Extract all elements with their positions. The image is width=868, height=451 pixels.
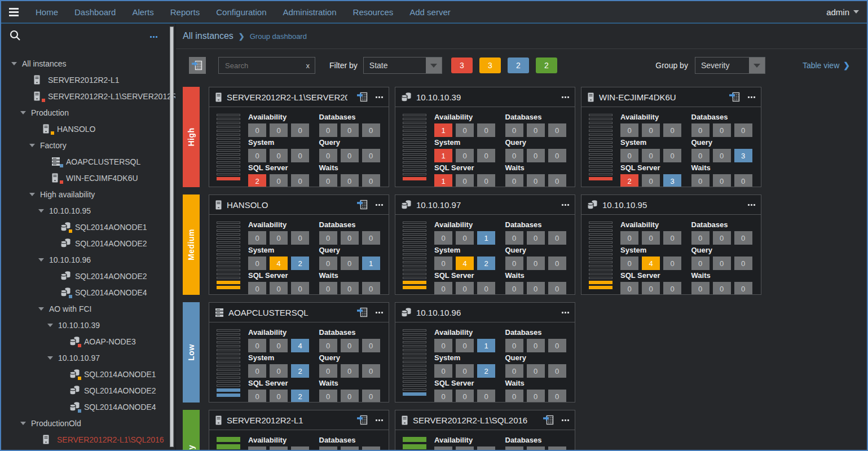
metric-cell: 2 (477, 364, 495, 378)
breadcrumb-root-link[interactable]: All instances (183, 31, 233, 41)
severity-count-badge[interactable]: 2 (508, 58, 529, 73)
metric-group: Databases000 (691, 113, 755, 137)
search-input[interactable] (224, 61, 306, 70)
tree-item-label: AOAP-NODE3 (84, 337, 136, 346)
card-title: HANSOLO (227, 200, 268, 210)
tree-expander-icon[interactable] (47, 356, 53, 360)
tree-item[interactable]: SERVER2012R2-L1\SERVER2012R2 (1, 88, 175, 104)
open-dashboard-icon[interactable] (356, 414, 369, 426)
card-menu-icon[interactable] (376, 96, 383, 98)
hamburger-menu-icon[interactable] (9, 8, 19, 16)
card-menu-icon[interactable] (562, 96, 569, 98)
tree-item[interactable]: SQL2014AONODE4 (1, 284, 175, 300)
sidebar-options-icon[interactable] (150, 36, 157, 38)
tree-item[interactable]: AOAPCLUSTERSQL (1, 153, 175, 170)
card-menu-icon[interactable] (376, 419, 383, 421)
tree-item[interactable]: All instances (1, 55, 175, 72)
card-header: 10.10.10.97 (395, 195, 575, 215)
tree-item[interactable]: 10.10.10.97 (1, 350, 175, 366)
tree-expander-icon[interactable] (29, 144, 35, 147)
tree-item[interactable]: High availability (1, 186, 175, 202)
tree-expander-icon[interactable] (20, 111, 26, 114)
nav-item-alerts[interactable]: Alerts (132, 7, 153, 17)
nav-item-dashboard[interactable]: Dashboard (74, 7, 116, 17)
severity-count-badge[interactable]: 3 (479, 58, 501, 73)
tree-item[interactable]: SQL2014AONODE4 (1, 399, 175, 415)
open-dashboard-icon[interactable] (543, 414, 555, 426)
user-menu[interactable]: admin (826, 7, 859, 17)
card-body: Availability100Databases000System100Quer… (395, 107, 575, 187)
nav-item-resources[interactable]: Resources (353, 7, 394, 17)
severity-count-badge[interactable]: 2 (536, 58, 557, 73)
tree-item[interactable]: SERVER2012R2-L1 (1, 72, 175, 88)
sidebar: All instancesSERVER2012R2-L1SERVER2012R2… (1, 24, 176, 450)
tree-item-label: HANSOLO (57, 125, 95, 134)
group-by-dropdown[interactable]: Severity (695, 57, 765, 74)
tree-expander-icon[interactable] (38, 209, 44, 213)
metric-cell: 0 (663, 231, 681, 245)
card-menu-icon[interactable] (562, 204, 569, 206)
tree-expander-icon[interactable] (11, 62, 17, 65)
nav-item-administration[interactable]: Administration (283, 7, 337, 17)
tree-item[interactable]: WIN-ECJIMF4DK6U (1, 170, 175, 186)
nav-item-home[interactable]: Home (36, 7, 58, 17)
open-dashboard-icon[interactable] (356, 91, 369, 103)
tree-item[interactable]: SQL2014AONODE2 (1, 268, 175, 284)
dropdown-arrow-button[interactable] (426, 58, 442, 73)
tree-item[interactable]: Production (1, 104, 175, 121)
tree-item[interactable]: SQL2014AONODE2 (1, 235, 175, 251)
metric-label: Databases (691, 113, 755, 121)
tree-item[interactable]: 10.10.10.96 (1, 251, 175, 268)
card-menu-icon[interactable] (562, 419, 569, 421)
tree-expander-icon[interactable] (38, 307, 44, 311)
card-menu-icon[interactable] (748, 96, 755, 98)
metric-cell: 0 (248, 390, 266, 403)
metric-group: Availability000 (248, 436, 311, 450)
filter-dropdown[interactable]: State (363, 57, 442, 74)
search-icon[interactable] (9, 29, 21, 44)
tree-expander-icon[interactable] (20, 422, 26, 425)
tree-expander-icon[interactable] (29, 193, 35, 196)
tree-item[interactable]: SQL2014AONODE1 (1, 219, 175, 235)
metric-cell: 0 (505, 123, 523, 137)
tree-item[interactable]: SERVER2012R2-L1\SQL2016 (1, 431, 175, 448)
clear-search-icon[interactable] (306, 61, 310, 70)
card-header: HANSOLO (209, 195, 389, 215)
nav-item-add-server[interactable]: Add server (409, 7, 451, 17)
tree-item[interactable]: ProductionOld (1, 415, 175, 431)
metric-cell: 0 (548, 364, 566, 378)
dropdown-arrow-button[interactable] (749, 58, 765, 73)
card-title: WIN-ECJIMF4DK6U (599, 92, 676, 102)
tree-item[interactable]: 10.10.10.39 (1, 317, 175, 333)
open-dashboard-icon[interactable] (356, 306, 369, 319)
tree-item[interactable]: SQL2014AONODE2 (1, 382, 175, 399)
open-dashboard-icon[interactable] (356, 198, 369, 211)
metric-group: Query003 (691, 138, 755, 162)
tree-item[interactable]: SQL2014AONODE1 (1, 366, 175, 382)
tree-item[interactable]: 10.10.10.95 (1, 202, 175, 219)
card-menu-icon[interactable] (748, 204, 755, 206)
tree-expander-icon[interactable] (47, 324, 53, 327)
sidebar-scrollbar[interactable] (170, 26, 174, 447)
open-dashboard-icon[interactable] (729, 91, 741, 103)
card-menu-icon[interactable] (562, 312, 569, 313)
metric-label: Databases (505, 328, 569, 337)
card-body: Availability001Databases000System002Quer… (395, 322, 575, 403)
table-view-link[interactable]: Table view ❯ (803, 61, 850, 70)
nav-item-reports[interactable]: Reports (170, 7, 200, 17)
metric-cell: 0 (713, 231, 731, 245)
metric-label: Availability (620, 220, 684, 229)
tree-item[interactable]: AO with FCI (1, 300, 175, 317)
nav-item-configuration[interactable]: Configuration (216, 7, 266, 17)
tree-expander-icon[interactable] (38, 258, 44, 262)
tree-item[interactable]: AOAP-NODE3 (1, 333, 175, 350)
metric-cell: 0 (505, 446, 523, 450)
card-menu-icon[interactable] (376, 204, 383, 206)
tree-item[interactable]: HANSOLO (1, 121, 175, 137)
metric-cell: 0 (642, 123, 660, 137)
dashboard-view-button[interactable] (189, 57, 206, 74)
tree-item[interactable]: Factory (1, 137, 175, 153)
severity-count-badge[interactable]: 3 (451, 58, 473, 73)
severity-band-low: Low (183, 302, 200, 403)
card-menu-icon[interactable] (376, 312, 383, 313)
